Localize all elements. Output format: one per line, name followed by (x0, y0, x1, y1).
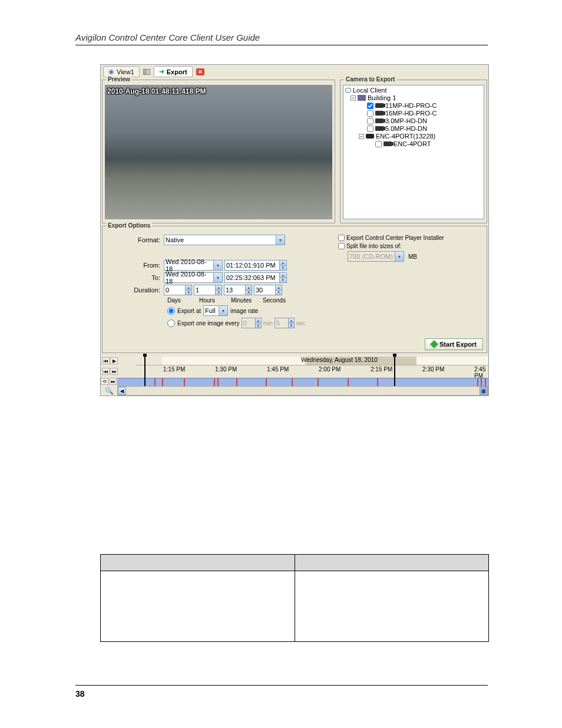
timeline-panel: ⏮ ▶ Wednesday, August 18, 2010 ⏮ ⏭ 1:15 … (101, 357, 488, 396)
playback-step-back-button[interactable]: ⏮ (102, 368, 110, 375)
from-time[interactable]: ▲▼ (224, 260, 287, 271)
minutes-unit: Minutes (231, 297, 251, 304)
spin-up-icon[interactable]: ▲ (280, 261, 286, 266)
camera-icon (375, 118, 384, 123)
camera-icon (375, 126, 384, 131)
zoom-icon[interactable]: 🔍 (101, 387, 117, 395)
camera-tree[interactable]: 🖵 Local Client − Building 1 11MP-HD-PRO-… (343, 85, 484, 219)
tab-bar: ◉ View1 ➜ Export ✕ (101, 65, 488, 78)
start-export-button[interactable]: Start Export (425, 338, 483, 350)
camera-to-export-panel: Camera to Export 🖵 Local Client − Buildi… (340, 80, 487, 223)
preview-panel: Preview 2010-Aug-18 01:48:11.418 PM (102, 80, 335, 223)
scroll-left-icon[interactable]: ◀ (118, 387, 126, 395)
playback-prev-button[interactable]: ⏮ (102, 357, 110, 364)
tree-camera[interactable]: 3.0MP-HD-DN (345, 117, 482, 125)
tree-camera[interactable]: 16MP-HD-PRO-C (345, 110, 482, 117)
from-label: From: (108, 262, 164, 269)
rate-combo[interactable]: Full▼ (203, 305, 228, 316)
duration-hours[interactable]: ▲▼ (194, 285, 222, 295)
tree-root[interactable]: 🖵 Local Client (345, 87, 482, 94)
chevron-down-icon: ▼ (213, 261, 222, 270)
tab-export[interactable]: ➜ Export (154, 66, 193, 77)
spin-up-icon[interactable]: ▲ (280, 273, 286, 278)
export-one-sec: ▲▼ (275, 318, 295, 328)
camera-icon (375, 103, 384, 108)
spin-down-icon[interactable]: ▼ (280, 266, 286, 271)
start-icon (430, 340, 438, 348)
camera-checkbox[interactable] (367, 118, 373, 124)
camera-icon (375, 111, 384, 116)
page-number: 38 (75, 689, 85, 699)
playback-loop-button[interactable]: ⟲ (101, 378, 108, 385)
export-one-min: ▲▼ (242, 318, 262, 328)
image-rate-label: image rate (230, 308, 258, 314)
timeline-tick: 2:30 PM (422, 366, 444, 373)
collapse-icon[interactable]: − (351, 95, 356, 101)
camera-icon (384, 141, 392, 146)
days-unit: Days (167, 297, 187, 304)
export-at-radio[interactable] (167, 307, 175, 315)
chevron-down-icon: ▼ (213, 273, 222, 282)
timeline-tick: 2:45 PM (474, 366, 488, 379)
close-tab-button[interactable]: ✕ (196, 68, 204, 75)
tab-export-label: Export (167, 68, 187, 75)
export-arrow-icon: ➜ (159, 68, 164, 75)
player-installer-label: Export Control Center Player Installer (346, 235, 444, 241)
export-at-label: Export at (177, 308, 201, 314)
timeline-selection[interactable] (144, 357, 395, 386)
server-icon (358, 95, 366, 101)
duration-label: Duration: (108, 286, 164, 294)
encoder-icon (366, 134, 374, 139)
sec-label: sec (296, 320, 306, 327)
format-combo[interactable]: Native ▼ (164, 235, 285, 245)
camera-legend: Camera to Export (344, 76, 396, 83)
header-divider (75, 45, 488, 45)
export-one-radio[interactable] (167, 319, 175, 327)
footer-divider (75, 685, 488, 686)
export-options-panel: Export Options Format: Native ▼ From: We… (102, 226, 487, 353)
camera-checkbox[interactable] (375, 141, 382, 147)
camera-checkbox[interactable] (367, 103, 373, 109)
scroll-right-icon[interactable]: ▦ (480, 387, 488, 395)
tree-encoder[interactable]: − ENC-4PORT(13228) (345, 133, 482, 140)
collapse-icon[interactable]: − (359, 134, 364, 139)
spin-down-icon[interactable]: ▼ (280, 278, 286, 283)
tree-encoder-port[interactable]: ENC-4PORT (345, 140, 482, 148)
export-one-label: Export one image every (177, 320, 240, 327)
split-label: Split file into sizes of: (346, 243, 401, 249)
split-checkbox[interactable] (338, 243, 345, 249)
to-time[interactable]: ▲▼ (224, 272, 287, 283)
playback-step-fwd-button[interactable]: ⏭ (110, 368, 118, 375)
layout-selector-icon[interactable] (143, 69, 150, 75)
page-header: Avigilon Control Center Core Client User… (75, 32, 260, 42)
camera-checkbox[interactable] (367, 126, 373, 132)
chevron-down-icon: ▼ (395, 252, 404, 261)
video-preview[interactable]: 2010-Aug-18 01:48:11.418 PM (105, 85, 332, 219)
video-timestamp: 2010-Aug-18 01:48:11.418 PM (107, 87, 206, 95)
tree-camera[interactable]: 11MP-HD-PRO-C (345, 102, 482, 110)
export-options-legend: Export Options (106, 222, 152, 229)
doc-table (100, 554, 489, 642)
split-size-combo: 700 (CD-ROM) ▼ (348, 251, 404, 262)
timeline-scrollbar[interactable]: ◀ ▦ (117, 386, 488, 396)
to-date[interactable]: Wed 2010-08-18▼ (164, 272, 223, 283)
tree-camera[interactable]: 5.0MP-HD-DN (345, 125, 482, 133)
player-installer-checkbox[interactable] (338, 235, 345, 241)
playback-play-button[interactable]: ▶ (110, 357, 118, 364)
chevron-down-icon: ▼ (276, 235, 285, 245)
split-unit: MB (408, 253, 417, 260)
tab-view1-label: View1 (117, 68, 134, 75)
duration-seconds[interactable]: ▲▼ (254, 285, 282, 295)
min-label: min (263, 320, 273, 327)
camera-checkbox[interactable] (367, 110, 373, 117)
playback-fwd-button[interactable]: ⏭ (109, 378, 117, 385)
chevron-down-icon: ▼ (219, 306, 227, 315)
hours-unit: Hours (199, 297, 219, 304)
seconds-unit: Seconds (263, 297, 283, 304)
from-date[interactable]: Wed 2010-08-18▼ (164, 260, 223, 271)
duration-minutes[interactable]: ▲▼ (224, 285, 252, 295)
format-label: Format: (108, 236, 164, 243)
to-label: To: (108, 274, 164, 281)
duration-days[interactable]: ▲▼ (164, 285, 192, 295)
tree-server[interactable]: − Building 1 (345, 94, 482, 102)
